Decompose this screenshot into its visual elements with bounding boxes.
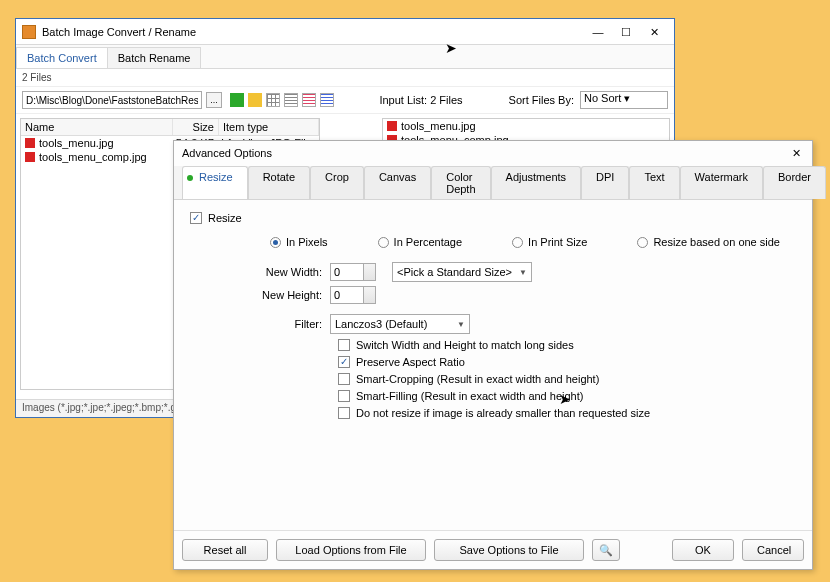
tab-rotate[interactable]: Rotate	[248, 166, 310, 199]
col-size[interactable]: Size	[173, 119, 219, 135]
tab-canvas[interactable]: Canvas	[364, 166, 431, 199]
folder-up-icon[interactable]	[230, 93, 244, 107]
file-icon	[25, 152, 35, 162]
list-item[interactable]: tools_menu.jpg	[383, 119, 669, 133]
dialog-tabs: Resize Rotate Crop Canvas Color Depth Ad…	[174, 166, 812, 200]
save-options-button[interactable]: Save Options to File	[434, 539, 584, 561]
resize-checkbox[interactable]	[190, 212, 202, 224]
file-icon	[387, 121, 397, 131]
opt-switch-wh-checkbox[interactable]	[338, 339, 350, 351]
titlebar: Batch Image Convert / Rename — ☐ ✕	[16, 19, 674, 45]
input-list-label: Input List: 2 Files	[379, 94, 462, 106]
radio-percentage[interactable]: In Percentage	[378, 236, 463, 248]
resize-checkbox-label: Resize	[208, 212, 242, 224]
opt-smart-filling-checkbox[interactable]	[338, 390, 350, 402]
new-height-label: New Height:	[190, 289, 330, 301]
file-count-label: 2 Files	[16, 69, 674, 87]
dialog-title: Advanced Options	[182, 147, 272, 160]
opt-no-upscale-checkbox[interactable]	[338, 407, 350, 419]
tab-color-depth[interactable]: Color Depth	[431, 166, 490, 199]
close-button[interactable]: ✕	[640, 22, 668, 42]
radio-print-size[interactable]: In Print Size	[512, 236, 587, 248]
tab-dpi[interactable]: DPI	[581, 166, 629, 199]
tab-batch-rename[interactable]: Batch Rename	[107, 47, 202, 68]
path-row: ... Input List: 2 Files Sort Files By: N…	[16, 87, 674, 114]
sort-label: Sort Files By:	[509, 94, 574, 106]
app-icon	[22, 25, 36, 39]
tab-batch-convert[interactable]: Batch Convert	[16, 47, 108, 68]
view-details-icon[interactable]	[302, 93, 316, 107]
thumbnails-icon[interactable]	[266, 93, 280, 107]
opt-smart-cropping-checkbox[interactable]	[338, 373, 350, 385]
radio-one-side[interactable]: Resize based on one side	[637, 236, 780, 248]
sort-select[interactable]: No Sort ▾	[580, 91, 668, 109]
view-tiles-icon[interactable]	[320, 93, 334, 107]
reset-all-button[interactable]: Reset all	[182, 539, 268, 561]
filter-label: Filter:	[190, 318, 330, 330]
main-tabs: Batch Convert Batch Rename	[16, 45, 674, 69]
preview-button[interactable]: 🔍	[592, 539, 620, 561]
folder-icon[interactable]	[248, 93, 262, 107]
browse-button[interactable]: ...	[206, 92, 222, 108]
height-spinner[interactable]	[364, 286, 376, 304]
opt-preserve-aspect-checkbox[interactable]	[338, 356, 350, 368]
view-list-icon[interactable]	[284, 93, 298, 107]
load-options-button[interactable]: Load Options from File	[276, 539, 426, 561]
filter-combo[interactable]: Lanczos3 (Default)▼	[330, 314, 470, 334]
file-icon	[25, 138, 35, 148]
tab-crop[interactable]: Crop	[310, 166, 364, 199]
tab-watermark[interactable]: Watermark	[680, 166, 763, 199]
path-input[interactable]	[22, 91, 202, 109]
col-type[interactable]: Item type	[219, 119, 319, 135]
tab-border[interactable]: Border	[763, 166, 826, 199]
advanced-options-dialog: Advanced Options ✕ Resize Rotate Crop Ca…	[173, 140, 813, 570]
radio-pixels[interactable]: In Pixels	[270, 236, 328, 248]
tab-resize[interactable]: Resize	[182, 166, 248, 199]
new-width-label: New Width:	[190, 266, 330, 278]
maximize-button[interactable]: ☐	[612, 22, 640, 42]
tab-adjustments[interactable]: Adjustments	[491, 166, 582, 199]
new-width-input[interactable]	[330, 263, 364, 281]
standard-size-combo[interactable]: <Pick a Standard Size>▼	[392, 262, 532, 282]
minimize-button[interactable]: —	[584, 22, 612, 42]
cancel-button[interactable]: Cancel	[742, 539, 804, 561]
window-title: Batch Image Convert / Rename	[42, 26, 584, 38]
col-name[interactable]: Name	[21, 119, 173, 135]
tab-text[interactable]: Text	[629, 166, 679, 199]
new-height-input[interactable]	[330, 286, 364, 304]
width-spinner[interactable]	[364, 263, 376, 281]
close-icon[interactable]: ✕	[788, 147, 804, 160]
ok-button[interactable]: OK	[672, 539, 734, 561]
